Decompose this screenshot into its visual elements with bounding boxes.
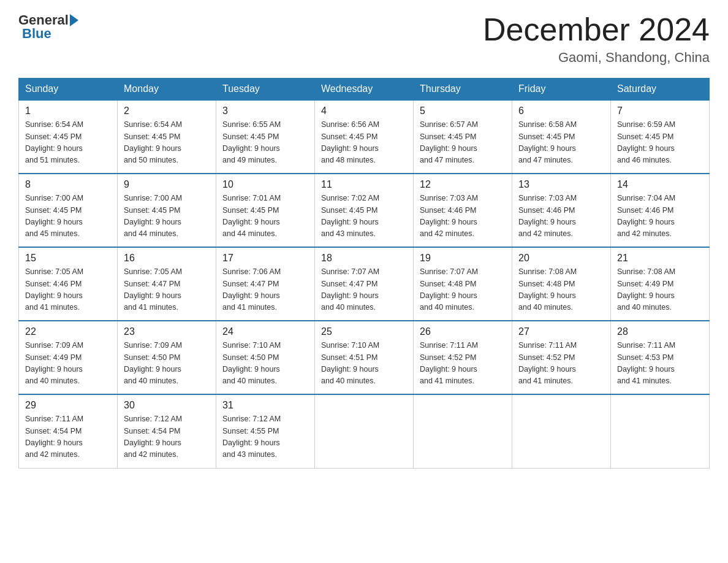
day-number: 4 [321,105,407,117]
calendar-day-cell: 5Sunrise: 6:57 AMSunset: 4:45 PMDaylight… [414,100,512,174]
calendar-day-cell: 11Sunrise: 7:02 AMSunset: 4:45 PMDayligh… [315,174,414,247]
calendar-day-cell: 1Sunrise: 6:54 AMSunset: 4:45 PMDaylight… [19,100,118,174]
calendar-day-cell: 12Sunrise: 7:03 AMSunset: 4:46 PMDayligh… [414,174,512,247]
calendar-day-cell: 6Sunrise: 6:58 AMSunset: 4:45 PMDaylight… [512,100,611,174]
calendar-day-cell: 3Sunrise: 6:55 AMSunset: 4:45 PMDaylight… [216,100,315,174]
day-info: Sunrise: 7:10 AMSunset: 4:51 PMDaylight:… [321,340,407,388]
calendar-day-cell: 28Sunrise: 7:11 AMSunset: 4:53 PMDayligh… [611,321,710,394]
day-number: 29 [25,400,111,411]
calendar-week-row: 29Sunrise: 7:11 AMSunset: 4:54 PMDayligh… [19,394,710,468]
day-number: 10 [222,179,308,190]
calendar-table: SundayMondayTuesdayWednesdayThursdayFrid… [18,78,710,469]
weekday-header-friday: Friday [512,79,611,101]
calendar-day-cell: 22Sunrise: 7:09 AMSunset: 4:49 PMDayligh… [19,321,118,394]
weekday-header-wednesday: Wednesday [315,79,414,101]
calendar-day-cell: 16Sunrise: 7:05 AMSunset: 4:47 PMDayligh… [118,247,216,321]
calendar-day-cell: 24Sunrise: 7:10 AMSunset: 4:50 PMDayligh… [216,321,315,394]
day-info: Sunrise: 7:11 AMSunset: 4:52 PMDaylight:… [518,340,604,388]
calendar-day-cell: 9Sunrise: 7:00 AMSunset: 4:45 PMDaylight… [118,174,216,247]
day-info: Sunrise: 7:03 AMSunset: 4:46 PMDaylight:… [518,193,604,240]
day-number: 6 [518,105,604,117]
day-info: Sunrise: 7:07 AMSunset: 4:47 PMDaylight:… [321,266,407,314]
calendar-day-cell: 21Sunrise: 7:08 AMSunset: 4:49 PMDayligh… [611,247,710,321]
day-number: 2 [124,105,210,117]
day-info: Sunrise: 7:02 AMSunset: 4:45 PMDaylight:… [321,193,407,240]
day-number: 24 [222,326,308,337]
calendar-day-cell: 25Sunrise: 7:10 AMSunset: 4:51 PMDayligh… [315,321,414,394]
calendar-day-cell: 10Sunrise: 7:01 AMSunset: 4:45 PMDayligh… [216,174,315,247]
day-info: Sunrise: 7:09 AMSunset: 4:49 PMDaylight:… [25,340,111,388]
day-info: Sunrise: 6:59 AMSunset: 4:45 PMDaylight:… [617,119,703,167]
day-number: 20 [518,253,604,264]
day-info: Sunrise: 6:54 AMSunset: 4:45 PMDaylight:… [25,119,111,167]
weekday-header-monday: Monday [118,79,216,101]
day-number: 17 [222,253,308,264]
logo-text-blue: Blue [22,26,51,41]
day-info: Sunrise: 7:04 AMSunset: 4:46 PMDaylight:… [617,193,703,240]
calendar-week-row: 22Sunrise: 7:09 AMSunset: 4:49 PMDayligh… [19,321,710,394]
day-number: 27 [518,326,604,337]
day-info: Sunrise: 7:11 AMSunset: 4:53 PMDaylight:… [617,340,703,388]
day-info: Sunrise: 6:57 AMSunset: 4:45 PMDaylight:… [420,119,506,167]
day-number: 21 [617,253,703,264]
day-number: 15 [25,253,111,264]
calendar-day-cell: 27Sunrise: 7:11 AMSunset: 4:52 PMDayligh… [512,321,611,394]
day-number: 22 [25,326,111,337]
day-info: Sunrise: 7:11 AMSunset: 4:52 PMDaylight:… [420,340,506,388]
calendar-day-cell: 23Sunrise: 7:09 AMSunset: 4:50 PMDayligh… [118,321,216,394]
calendar-day-cell: 18Sunrise: 7:07 AMSunset: 4:47 PMDayligh… [315,247,414,321]
weekday-header-tuesday: Tuesday [216,79,315,101]
calendar-week-row: 8Sunrise: 7:00 AMSunset: 4:45 PMDaylight… [19,174,710,247]
calendar-day-cell: 29Sunrise: 7:11 AMSunset: 4:54 PMDayligh… [19,394,118,468]
page-header: General Blue December 2024 Gaomi, Shando… [18,12,710,66]
logo: General Blue [18,12,78,42]
weekday-header-thursday: Thursday [414,79,512,101]
day-number: 31 [222,400,308,411]
day-info: Sunrise: 7:00 AMSunset: 4:45 PMDaylight:… [25,193,111,240]
weekday-header-row: SundayMondayTuesdayWednesdayThursdayFrid… [19,79,710,101]
day-info: Sunrise: 7:08 AMSunset: 4:48 PMDaylight:… [518,266,604,314]
day-info: Sunrise: 6:55 AMSunset: 4:45 PMDaylight:… [222,119,308,167]
calendar-day-cell: 17Sunrise: 7:06 AMSunset: 4:47 PMDayligh… [216,247,315,321]
calendar-day-cell [414,394,512,468]
day-info: Sunrise: 7:09 AMSunset: 4:50 PMDaylight:… [124,340,210,388]
day-number: 23 [124,326,210,337]
day-number: 8 [25,179,111,190]
day-number: 26 [420,326,506,337]
calendar-day-cell: 26Sunrise: 7:11 AMSunset: 4:52 PMDayligh… [414,321,512,394]
day-number: 3 [222,105,308,117]
day-info: Sunrise: 7:06 AMSunset: 4:47 PMDaylight:… [222,266,308,314]
day-number: 19 [420,253,506,264]
day-info: Sunrise: 7:00 AMSunset: 4:45 PMDaylight:… [124,193,210,240]
day-info: Sunrise: 7:07 AMSunset: 4:48 PMDaylight:… [420,266,506,314]
day-info: Sunrise: 7:03 AMSunset: 4:46 PMDaylight:… [420,193,506,240]
day-number: 9 [124,179,210,190]
day-number: 18 [321,253,407,264]
day-info: Sunrise: 7:05 AMSunset: 4:47 PMDaylight:… [124,266,210,314]
day-number: 14 [617,179,703,190]
day-number: 12 [420,179,506,190]
calendar-day-cell: 15Sunrise: 7:05 AMSunset: 4:46 PMDayligh… [19,247,118,321]
calendar-day-cell: 13Sunrise: 7:03 AMSunset: 4:46 PMDayligh… [512,174,611,247]
calendar-day-cell: 4Sunrise: 6:56 AMSunset: 4:45 PMDaylight… [315,100,414,174]
day-number: 11 [321,179,407,190]
day-number: 5 [420,105,506,117]
day-number: 13 [518,179,604,190]
month-title: December 2024 [483,12,710,47]
calendar-day-cell: 7Sunrise: 6:59 AMSunset: 4:45 PMDaylight… [611,100,710,174]
weekday-header-saturday: Saturday [611,79,710,101]
calendar-day-cell: 19Sunrise: 7:07 AMSunset: 4:48 PMDayligh… [414,247,512,321]
day-number: 25 [321,326,407,337]
day-info: Sunrise: 6:54 AMSunset: 4:45 PMDaylight:… [124,119,210,167]
day-info: Sunrise: 7:12 AMSunset: 4:55 PMDaylight:… [222,413,308,461]
calendar-day-cell: 14Sunrise: 7:04 AMSunset: 4:46 PMDayligh… [611,174,710,247]
calendar-day-cell [512,394,611,468]
day-info: Sunrise: 7:12 AMSunset: 4:54 PMDaylight:… [124,413,210,461]
day-number: 7 [617,105,703,117]
day-number: 28 [617,326,703,337]
calendar-day-cell [315,394,414,468]
day-info: Sunrise: 7:10 AMSunset: 4:50 PMDaylight:… [222,340,308,388]
day-number: 1 [25,105,111,117]
calendar-day-cell: 20Sunrise: 7:08 AMSunset: 4:48 PMDayligh… [512,247,611,321]
calendar-week-row: 1Sunrise: 6:54 AMSunset: 4:45 PMDaylight… [19,100,710,174]
